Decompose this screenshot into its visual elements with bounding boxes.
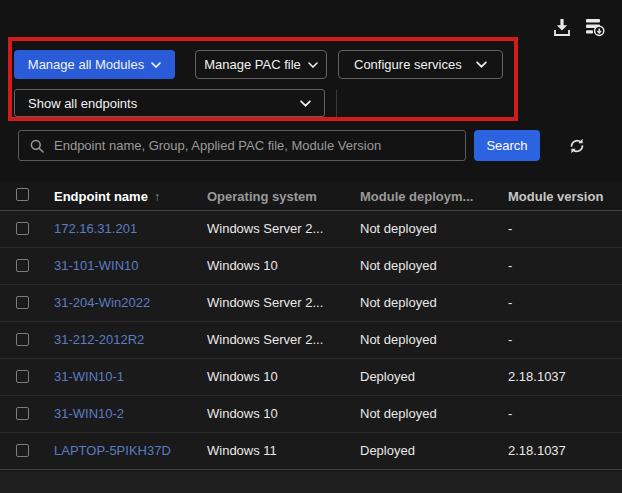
endpoint-name-link[interactable]: 31-204-Win2022 xyxy=(54,295,150,310)
endpoint-filter-value: Show all endpoints xyxy=(28,96,137,111)
chevron-down-icon xyxy=(151,62,161,68)
search-input[interactable] xyxy=(54,138,455,153)
table-row: 31-101-WIN10 Windows 10 Not deployed - xyxy=(0,248,622,285)
endpoint-management-screen: Manage all Modules Manage PAC file Confi… xyxy=(0,0,622,493)
chevron-down-icon xyxy=(476,61,487,68)
operating-system-cell: Windows 10 xyxy=(207,369,278,384)
endpoint-name-link[interactable]: 172.16.31.201 xyxy=(54,221,137,236)
row-checkbox[interactable] xyxy=(16,296,29,309)
endpoint-name-link[interactable]: 31-101-WIN10 xyxy=(54,258,139,273)
table-row: 31-212-2012R2 Windows Server 2... Not de… xyxy=(0,322,622,359)
operating-system-cell: Windows Server 2... xyxy=(207,332,323,347)
refresh-icon[interactable] xyxy=(567,137,586,156)
table-footer-bar xyxy=(0,471,622,493)
chevron-down-icon xyxy=(308,62,318,68)
module-version-cell: - xyxy=(508,295,512,310)
row-checkbox[interactable] xyxy=(16,333,29,346)
module-deployment-cell: Not deployed xyxy=(360,295,437,310)
operating-system-cell: Windows 10 xyxy=(207,406,278,421)
search-icon xyxy=(29,138,45,154)
endpoint-filter-dropdown[interactable]: Show all endpoints xyxy=(14,89,325,117)
module-version-cell: - xyxy=(508,258,512,273)
manage-all-modules-button[interactable]: Manage all Modules xyxy=(14,50,175,79)
column-header-operating-system[interactable]: Operating system xyxy=(207,189,317,204)
column-header-module-deployment[interactable]: Module deploym... xyxy=(360,189,473,204)
manage-pac-file-button[interactable]: Manage PAC file xyxy=(195,50,327,79)
module-deployment-cell: Not deployed xyxy=(360,221,437,236)
module-version-cell: - xyxy=(508,221,512,236)
column-header-endpoint-name[interactable]: Endpoint name↑ xyxy=(54,189,160,204)
table-row: 172.16.31.201 Windows Server 2... Not de… xyxy=(0,211,622,248)
operating-system-cell: Windows 10 xyxy=(207,258,278,273)
endpoint-name-link[interactable]: 31-WIN10-2 xyxy=(54,406,124,421)
endpoint-name-link[interactable]: 31-WIN10-1 xyxy=(54,369,124,384)
endpoint-name-link[interactable]: 31-212-2012R2 xyxy=(54,332,144,347)
table-row: LAPTOP-5PIKH37D Windows 11 Deployed 2.18… xyxy=(0,433,622,470)
sort-ascending-icon: ↑ xyxy=(154,190,160,204)
module-deployment-cell: Deployed xyxy=(360,369,415,384)
select-all-checkbox[interactable] xyxy=(16,188,29,201)
column-header-endpoint-label: Endpoint name xyxy=(54,189,148,204)
row-checkbox[interactable] xyxy=(16,444,29,457)
row-checkbox[interactable] xyxy=(16,370,29,383)
module-version-cell: - xyxy=(508,406,512,421)
module-deployment-cell: Not deployed xyxy=(360,258,437,273)
endpoint-name-link[interactable]: LAPTOP-5PIKH37D xyxy=(54,443,171,458)
column-header-module-version[interactable]: Module version xyxy=(508,189,603,204)
row-checkbox[interactable] xyxy=(16,222,29,235)
module-version-cell: - xyxy=(508,332,512,347)
operating-system-cell: Windows Server 2... xyxy=(207,295,323,310)
operating-system-cell: Windows Server 2... xyxy=(207,221,323,236)
manage-pac-file-label: Manage PAC file xyxy=(204,57,301,72)
table-header-row: Endpoint name↑ Operating system Module d… xyxy=(0,181,622,211)
table-row: 31-WIN10-1 Windows 10 Deployed 2.18.1037 xyxy=(0,359,622,396)
toolbar-divider xyxy=(336,90,337,117)
row-checkbox[interactable] xyxy=(16,259,29,272)
table-row: 31-204-Win2022 Windows Server 2... Not d… xyxy=(0,285,622,322)
module-deployment-cell: Deployed xyxy=(360,443,415,458)
search-button[interactable]: Search xyxy=(474,130,540,161)
module-deployment-cell: Not deployed xyxy=(360,406,437,421)
configure-services-button[interactable]: Configure services xyxy=(338,50,503,79)
operating-system-cell: Windows 11 xyxy=(207,443,277,458)
download-icon[interactable] xyxy=(551,17,573,40)
module-deployment-cell: Not deployed xyxy=(360,332,437,347)
row-checkbox[interactable] xyxy=(16,407,29,420)
configure-services-label: Configure services xyxy=(354,57,462,72)
endpoint-table-body: 172.16.31.201 Windows Server 2... Not de… xyxy=(0,211,622,470)
chevron-down-icon xyxy=(300,100,311,107)
export-status-icon[interactable] xyxy=(583,16,607,40)
manage-all-modules-label: Manage all Modules xyxy=(28,57,144,72)
search-field[interactable] xyxy=(18,130,466,161)
module-version-cell: 2.18.1037 xyxy=(508,369,566,384)
table-row: 31-WIN10-2 Windows 10 Not deployed - xyxy=(0,396,622,433)
module-version-cell: 2.18.1037 xyxy=(508,443,566,458)
